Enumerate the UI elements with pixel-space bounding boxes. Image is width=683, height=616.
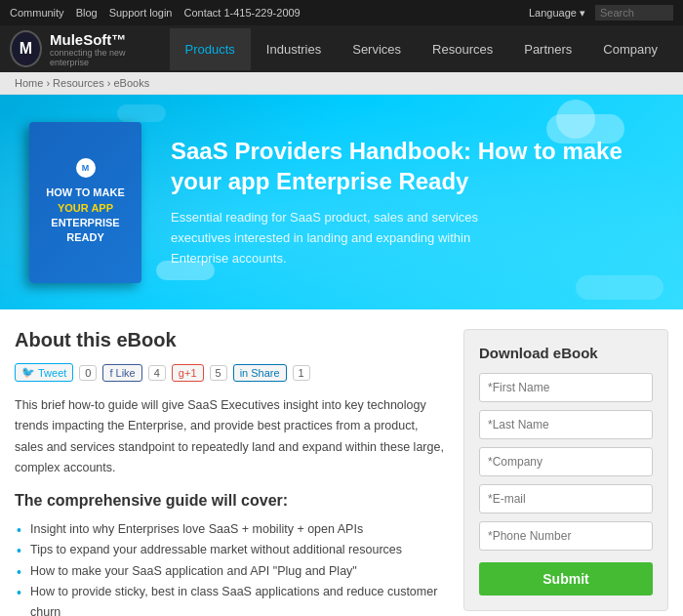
hero-banner: M HOW TO MAKE YOUR APP ENTERPRISE READY … [0, 95, 683, 309]
section-title: About this eBook [15, 329, 444, 351]
submit-button[interactable]: Submit [479, 562, 653, 595]
list-item: How to make your SaaS application and AP… [15, 561, 444, 582]
top-bar: Community Blog Support login Contact 1-4… [0, 0, 683, 25]
nav-resources[interactable]: Resources [417, 28, 508, 70]
sidebar: Download eBook Submit [463, 329, 668, 616]
blog-link[interactable]: Blog [76, 7, 98, 19]
phone-field[interactable] [479, 521, 653, 551]
body-text: This brief how-to guide will give SaaS E… [15, 395, 444, 478]
share-button[interactable]: in Share [233, 364, 287, 382]
twitter-icon: 🐦 [21, 366, 35, 379]
plus-count: 5 [210, 365, 227, 381]
email-field[interactable] [479, 484, 653, 513]
breadcrumb: Home › Resources › eBooks [0, 72, 683, 95]
social-buttons: 🐦 Tweet 0 f Like 4 g+1 5 in Share 1 [15, 363, 444, 382]
list-item: How to provide sticky, best in class Saa… [15, 582, 444, 616]
guide-title: The comprehensive guide will cover: [15, 492, 444, 510]
book-cover: M HOW TO MAKE YOUR APP ENTERPRISE READY [29, 122, 141, 283]
bullet-list: Insight into why Enterprises love SaaS +… [15, 519, 444, 616]
logo-text-block: MuleSoft™ connecting the new enterprise [50, 31, 150, 67]
main-content: About this eBook 🐦 Tweet 0 f Like 4 g+1 … [15, 329, 444, 616]
book-logo: M [76, 158, 96, 178]
logo-tagline: connecting the new enterprise [50, 48, 150, 67]
hero-content: SaaS Providers Handbook: How to make you… [171, 136, 654, 269]
like-count: 4 [148, 365, 166, 381]
tweet-count: 0 [79, 365, 97, 381]
support-link[interactable]: Support login [109, 7, 173, 19]
last-name-field[interactable] [479, 410, 653, 439]
like-button[interactable]: f Like [102, 364, 141, 382]
list-item: Insight into why Enterprises love SaaS +… [15, 519, 444, 540]
book-title: HOW TO MAKE YOUR APP ENTERPRISE READY [46, 185, 124, 246]
content-area: About this eBook 🐦 Tweet 0 f Like 4 g+1 … [0, 309, 683, 616]
hero-description: Essential reading for SaaS product, sale… [171, 208, 512, 268]
hero-title: SaaS Providers Handbook: How to make you… [171, 136, 654, 196]
language-button[interactable]: Language ▾ [529, 7, 585, 20]
linkedin-icon: in [240, 367, 249, 379]
nav-company[interactable]: Company [587, 28, 673, 70]
contact-info: Contact 1-415-229-2009 [183, 7, 300, 19]
community-link[interactable]: Community [10, 7, 64, 19]
share-count: 1 [293, 365, 310, 381]
top-bar-right: Language ▾ [529, 5, 673, 21]
tweet-button[interactable]: 🐦 Tweet [15, 363, 73, 382]
first-name-field[interactable] [479, 373, 653, 402]
nav-links: Products Industries Services Resources P… [170, 28, 673, 70]
main-nav: M MuleSoft™ connecting the new enterpris… [0, 25, 683, 72]
googleplus-button[interactable]: g+1 [172, 364, 204, 382]
form-title: Download eBook [479, 345, 653, 361]
cloud-decoration-4 [576, 275, 663, 300]
facebook-icon: f [109, 367, 112, 379]
nav-partners[interactable]: Partners [508, 28, 587, 70]
nav-services[interactable]: Services [337, 28, 417, 70]
nav-industries[interactable]: Industries [251, 28, 337, 70]
top-bar-links: Community Blog Support login Contact 1-4… [10, 7, 301, 19]
logo-name: MuleSoft™ [50, 31, 126, 48]
company-field[interactable] [479, 447, 653, 476]
cloud-decoration-3 [117, 104, 166, 122]
logo-icon: M [10, 30, 42, 67]
logo: M MuleSoft™ connecting the new enterpris… [10, 30, 150, 67]
list-item: Tips to expand your addressable market w… [15, 540, 444, 560]
search-input[interactable] [595, 5, 673, 21]
download-form: Download eBook Submit [463, 329, 668, 611]
nav-products[interactable]: Products [170, 28, 251, 70]
